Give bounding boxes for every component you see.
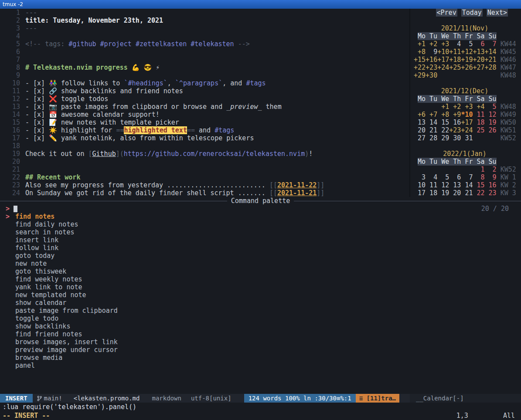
buffer-line[interactable]: 2title: Tuesday, November 23th, 2021 — [0, 17, 409, 24]
calendar-week-row[interactable]: 20 21 22+23+24 25 26 KW51 — [414, 126, 521, 134]
calendar-next-button[interactable]: Next> — [487, 9, 508, 17]
calendar-week-row[interactable]: +6 +7 +8 +9*10 11 12 KW49 — [414, 111, 521, 119]
calendar-week-row[interactable]: +1 +2 +3 +4 5 KW48 — [414, 103, 521, 111]
calendar-days[interactable]: +22+23+24+25+26+27+28 — [414, 64, 497, 71]
buffer-line[interactable]: 24On Sunday we got rid of the daily find… — [0, 189, 409, 197]
calendar-today-button[interactable]: Today — [461, 9, 483, 17]
calendar-days[interactable]: 6 7 — [473, 40, 496, 48]
statusline-spacer — [232, 394, 244, 403]
calendar-days[interactable]: +29+30 — [414, 71, 437, 79]
palette-item[interactable]: find friend notes — [0, 330, 521, 338]
markdown-buffer[interactable]: 1---2title: Tuesday, November 23th, 2021… — [0, 9, 409, 197]
calendar-week-row[interactable]: +8 9+10+11+12+13+14 KW45 — [414, 48, 521, 56]
buffer-line[interactable]: 9 — [0, 71, 409, 79]
palette-item[interactable]: browse media — [0, 354, 521, 362]
calendar-week-row[interactable]: +22+23+24+25+26+27+28 KW47 — [414, 64, 521, 71]
palette-item-label: preview image under cursor — [15, 346, 118, 354]
calendar-days[interactable]: +23+24 — [449, 126, 473, 134]
palette-item[interactable]: preview image under cursor — [0, 346, 521, 354]
buffer-line[interactable]: 16- [x] ☀️ highlight for ==highlighted t… — [0, 126, 409, 134]
calendar-days[interactable]: +6 +7 +8 +9 — [414, 111, 461, 119]
calendar-days[interactable]: 9 — [426, 48, 437, 56]
calendar-week-row[interactable]: 17 18 19 20 21 22 23 KW 3 — [414, 189, 521, 197]
buffer-line[interactable]: 17- [x] ✏️ yank notelink, also from with… — [0, 134, 409, 142]
palette-item[interactable]: paste image from clipboard — [0, 307, 521, 315]
calendar-days[interactable]: 25 26 — [473, 126, 496, 134]
calendar-days[interactable]: 10 11 12 13 14 — [414, 181, 473, 189]
palette-item[interactable]: toggle todo — [0, 315, 521, 322]
calendar-week-row[interactable]: +29+30 KW48 — [414, 71, 521, 79]
calendar-days[interactable]: *10 — [461, 111, 473, 119]
calendar-week-row[interactable]: 3 4 5 6 7 8 9 KW 1 — [414, 173, 521, 181]
buffer-line[interactable]: 23Also see my progress from yesterday ..… — [0, 181, 409, 189]
calendar-week-row[interactable]: 1 2 KW52 — [414, 166, 521, 173]
calendar-week-row[interactable]: 13 14 15 16+17 18 19 KW50 — [414, 119, 521, 126]
calendar-days[interactable]: +1 +2 +3 +4 — [437, 103, 484, 111]
palette-item[interactable]: >find notes — [0, 213, 521, 220]
calendar-days[interactable]: 1 2 — [473, 166, 496, 173]
calendar-week-number: KW52 — [497, 134, 516, 142]
calendar-prev-button[interactable]: <Prev — [436, 9, 457, 17]
calendar-days[interactable]: 20 21 22 — [414, 126, 449, 134]
buffer-line[interactable]: 13- [x] 📷 paste images from clipboard or… — [0, 103, 409, 111]
palette-item[interactable]: search in notes — [0, 228, 521, 236]
buffer-line[interactable]: 20 — [0, 158, 409, 166]
calendar-week-row[interactable]: +15+16+17+18+19+20+21 KW46 — [414, 56, 521, 64]
palette-item[interactable]: goto thisweek — [0, 268, 521, 275]
buffer-line[interactable]: 15- [x] 📝 new notes with template picker — [0, 119, 409, 126]
palette-prompt: > — [0, 205, 10, 213]
palette-prompt-row[interactable]: > 20 / 20 — [0, 205, 521, 213]
palette-item[interactable]: panel — [0, 362, 521, 369]
calendar-week-row[interactable]: 10 11 12 13 14 15 16 KW 2 — [414, 181, 521, 189]
palette-item[interactable]: yank link to note — [0, 283, 521, 291]
calendar-days[interactable]: 15 16 — [473, 181, 496, 189]
calendar-week-row[interactable]: +1 +2 +3 4 5 6 7 KW44 — [414, 40, 521, 48]
palette-item[interactable]: new templated note — [0, 291, 521, 299]
calendar-days[interactable]: 8 9 — [473, 173, 496, 181]
buffer-line[interactable]: 12- [x] ❌ toggle todos — [0, 95, 409, 103]
calendar-days[interactable]: +17 — [461, 119, 473, 126]
palette-item[interactable]: follow link — [0, 244, 521, 252]
calendar-days[interactable]: +10+11+12+13+14 — [437, 48, 496, 56]
calendar-days[interactable] — [414, 103, 437, 111]
buffer-line[interactable]: 1--- — [0, 9, 409, 17]
palette-item[interactable]: find daily notes — [0, 220, 521, 228]
calendar-days[interactable]: 17 18 19 20 21 — [414, 189, 473, 197]
calendar-days[interactable]: 4 5 — [449, 40, 473, 48]
palette-item[interactable]: browse images, insert link — [0, 338, 521, 346]
buffer-line[interactable]: 10- [x] 👫 follow links to `#headings`, `… — [0, 79, 409, 87]
command-line[interactable]: :lua require('telekasten').panel() — [0, 403, 521, 411]
filename: <lekasten.promo.md — [74, 394, 140, 403]
calendar-days[interactable]: +1 +2 +3 — [414, 40, 449, 48]
calendar-days[interactable]: +15+16+17+18+19+20+21 — [414, 56, 497, 64]
calendar-days[interactable]: +8 — [414, 48, 426, 56]
calendar-days[interactable]: 27 28 29 30 31 — [414, 134, 473, 142]
calendar-days[interactable] — [414, 166, 473, 173]
palette-item[interactable]: new note — [0, 260, 521, 268]
buffer-line[interactable]: 8# Telekasten.nvim progress 💪 😎 ⚡ — [0, 64, 409, 71]
buffer-line[interactable]: 21 — [0, 166, 409, 173]
buffer-line[interactable]: 7 — [0, 56, 409, 64]
calendar-days[interactable]: 5 — [485, 103, 497, 111]
buffer-line[interactable]: 3--- — [0, 24, 409, 32]
tab-indicator[interactable]: ≡ [11]tra… — [356, 394, 399, 403]
buffer-line[interactable]: 19Check it out on [Github](https://githu… — [0, 150, 409, 158]
calendar-week-row[interactable]: 27 28 29 30 31 KW52 — [414, 134, 521, 142]
calendar-days[interactable]: 22 23 — [473, 189, 496, 197]
palette-item[interactable]: show calendar — [0, 299, 521, 307]
calendar-days[interactable]: 3 4 5 6 7 — [414, 173, 473, 181]
buffer-line[interactable]: 4 — [0, 32, 409, 40]
palette-item[interactable]: goto today — [0, 252, 521, 260]
calendar-days[interactable]: 11 12 — [473, 111, 496, 119]
buffer-line[interactable]: 22## Recent work — [0, 173, 409, 181]
palette-item[interactable]: find weekly notes — [0, 275, 521, 283]
calendar-days[interactable]: 13 14 15 16 — [414, 119, 461, 126]
buffer-line[interactable]: 18 — [0, 142, 409, 150]
buffer-line[interactable]: 14- [x] 📅 awesome calendar support! — [0, 111, 409, 119]
palette-item[interactable]: insert link — [0, 236, 521, 244]
buffer-line[interactable]: 6 — [0, 48, 409, 56]
buffer-line[interactable]: 5<!-- tags: #github #project #zettelkast… — [0, 40, 409, 48]
palette-item[interactable]: show backlinks — [0, 322, 521, 330]
calendar-days[interactable]: 18 19 — [473, 119, 496, 126]
buffer-line[interactable]: 11- [x] 🔗 show backlinks and friend note… — [0, 87, 409, 95]
